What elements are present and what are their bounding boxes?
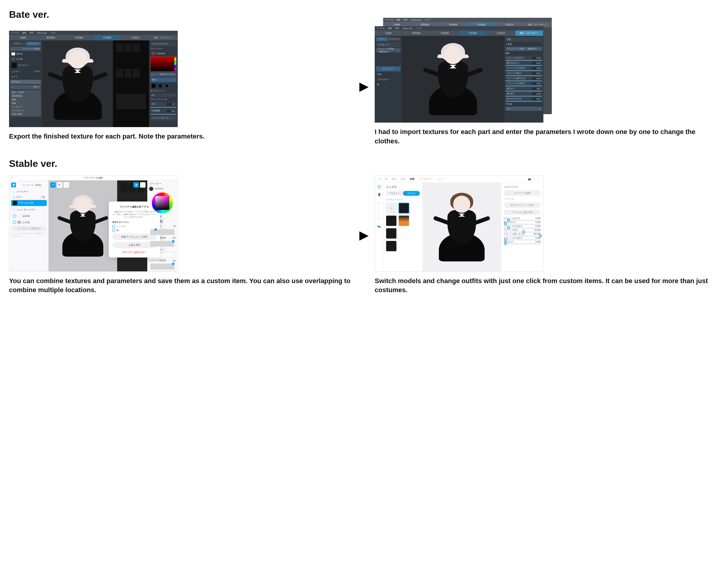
part-dropdown[interactable]: ワンピース (長袖)（編集済み） ⌄ [376, 48, 400, 52]
tab-hair[interactable]: 髪型編集 [403, 30, 431, 36]
swatch-brush[interactable] [149, 187, 153, 191]
param-input[interactable] [532, 77, 541, 80]
save-as-button[interactable]: 別のアイテムとして保存 [503, 203, 541, 208]
checkbox-icon[interactable]: ✓ [13, 214, 16, 217]
mode-a-icon[interactable]: ◉ [133, 182, 139, 188]
nav-shirt-icon[interactable]: 👕 [377, 185, 382, 189]
uv-select[interactable]: UV⌄ [150, 94, 177, 97]
menu-view[interactable]: 表示 [29, 31, 34, 34]
tab-costume[interactable]: 衣装編集 [459, 30, 487, 36]
subtab-design[interactable]: デザイン [376, 37, 388, 41]
menu-edit[interactable]: 編集 [388, 27, 392, 30]
menu-help[interactable]: ヘルプ [50, 31, 56, 34]
menu-vroidhub[interactable]: VRoid Hub [37, 32, 47, 34]
save-new-button[interactable]: 新規アイテムとして保存 [112, 234, 156, 240]
param-input[interactable] [532, 57, 541, 59]
add-item-button[interactable]: + [386, 203, 397, 214]
ctx-delete[interactable]: 削除 [12, 102, 40, 105]
subtab-texture[interactable]: テクスチャ [388, 37, 400, 41]
tab-body[interactable]: 体型編集 [431, 30, 459, 36]
tab-body[interactable]: 体型 [400, 178, 406, 181]
hue-slider[interactable] [174, 57, 176, 71]
param-input[interactable] [532, 92, 541, 95]
param-slider[interactable] [503, 243, 541, 244]
eraser-tool-icon[interactable]: ◧ [57, 182, 62, 188]
param-input[interactable] [532, 98, 541, 100]
item-thumb-5[interactable] [398, 228, 409, 239]
tab-costume[interactable]: 衣装編集 [94, 35, 121, 41]
base-color-check[interactable]: ✓ 基本色 [11, 214, 47, 219]
part-dropdown[interactable]: ⌄ ワンピース (長袖) ⋯ [18, 182, 47, 188]
tab-common[interactable]: 共通設定 [121, 35, 149, 41]
subtab-texture[interactable]: テクスチャ [26, 42, 41, 46]
upper-dropdown[interactable]: ワンピース（長袖）（編集済み） ⌄ [505, 47, 542, 51]
uv-texture-view[interactable] [113, 41, 149, 127]
viewport[interactable] [402, 36, 504, 123]
thickness-input[interactable] [166, 103, 175, 105]
item-thumb-3[interactable] [398, 215, 409, 226]
add-shape-button[interactable]: + 形 [41, 195, 45, 199]
pill-custom[interactable]: カスタム [403, 191, 420, 196]
layer-controls[interactable]: ↑↓ ⊕ ⊟ [33, 70, 40, 73]
tab-export[interactable]: 撮影・エクスポート [150, 35, 178, 41]
param-slider[interactable] [503, 236, 541, 236]
base-color-row[interactable]: 基本色 [10, 52, 41, 56]
viewport[interactable]: ✎ ◧ ⌕ ◉ ⬚ [49, 180, 147, 271]
color-wheel[interactable] [152, 192, 173, 214]
cat-costume[interactable]: 衣装 [376, 72, 400, 77]
item-thumb-2[interactable] [386, 215, 397, 226]
template-button[interactable]: テンプレートを設置する [11, 226, 47, 231]
checkbox-icon[interactable]: ✓ [112, 229, 115, 232]
tab-hair[interactable]: 髪型 [392, 178, 396, 181]
menu-vroidhub[interactable]: VRoid Hub [402, 27, 413, 29]
nav-socks-icon[interactable]: ∪ [377, 216, 382, 221]
param-slider[interactable] [503, 232, 541, 233]
brush-opacity-slider[interactable] [150, 241, 174, 247]
nav-inner-icon[interactable]: ▭ [377, 200, 382, 205]
checkbox-icon[interactable]: ✓ [13, 221, 16, 224]
mode-b-icon[interactable]: ⬚ [140, 182, 146, 188]
save-overwrite-button[interactable]: 上書き保存 [112, 242, 156, 248]
menu-help[interactable]: ヘルプ [416, 27, 422, 30]
param-slider[interactable] [505, 101, 542, 102]
nav-legs-icon[interactable]: ⌇ [377, 208, 382, 213]
tab-common[interactable]: 共通設定 [487, 30, 515, 36]
checkbox-icon[interactable]: ✓ [112, 225, 115, 228]
tab-hair[interactable]: 髪型編集 [37, 35, 65, 41]
tab-body[interactable]: 体型編集 [66, 35, 94, 41]
discard-link[interactable]: 保存せずに編集を終了 [112, 250, 156, 254]
ctx-import[interactable]: インポート [12, 105, 40, 108]
lower-dropdown[interactable]: なし ⌄ [505, 107, 542, 111]
menu-edit[interactable]: 編集 [22, 31, 26, 34]
upload-icon[interactable]: ⤴ [534, 178, 535, 180]
menu-file[interactable]: ファイル [11, 31, 19, 34]
param-input[interactable] [532, 67, 541, 70]
item-thumb-4[interactable] [386, 228, 397, 239]
tab-face[interactable]: 顔編集 [375, 30, 403, 36]
shade-color-check[interactable]: ✓ かげ色 [11, 220, 47, 225]
tab-face[interactable]: 顔 [385, 178, 387, 181]
item-thumb-1[interactable] [398, 203, 409, 214]
shape-picker[interactable] [150, 83, 177, 88]
hamburger-icon[interactable]: ☰ [379, 178, 381, 180]
subtab-design[interactable]: デザイン [10, 42, 26, 46]
param-input[interactable] [532, 62, 541, 64]
brush-tool-icon[interactable]: ✎ [50, 182, 56, 188]
ctx-rename[interactable]: 名前の変更 [12, 113, 40, 116]
color-box[interactable] [155, 196, 169, 210]
cat-shoes[interactable]: 靴 [376, 82, 400, 87]
shirt-icon[interactable]: 👕 [11, 183, 16, 187]
shape-soft-icon[interactable] [158, 84, 162, 88]
cat-accessory[interactable]: アクセサリー [376, 77, 400, 82]
shade-color-row[interactable]: かげ色 [10, 57, 41, 61]
param-input[interactable] [532, 82, 541, 85]
ctx-duplicate[interactable]: 複製 [12, 98, 40, 101]
tab-look[interactable]: ルック [437, 178, 445, 181]
nav-pants-icon[interactable]: 👖 [377, 192, 382, 197]
pill-preset[interactable]: プリセット [386, 191, 403, 196]
overwrite-button[interactable]: アイテムを上書き保存 [503, 210, 541, 215]
layer-opacity-slider[interactable] [150, 264, 174, 269]
param-slider[interactable] [503, 228, 541, 229]
tab-face[interactable]: 顔編集 [9, 35, 37, 41]
opacity-slider[interactable] [150, 114, 177, 115]
